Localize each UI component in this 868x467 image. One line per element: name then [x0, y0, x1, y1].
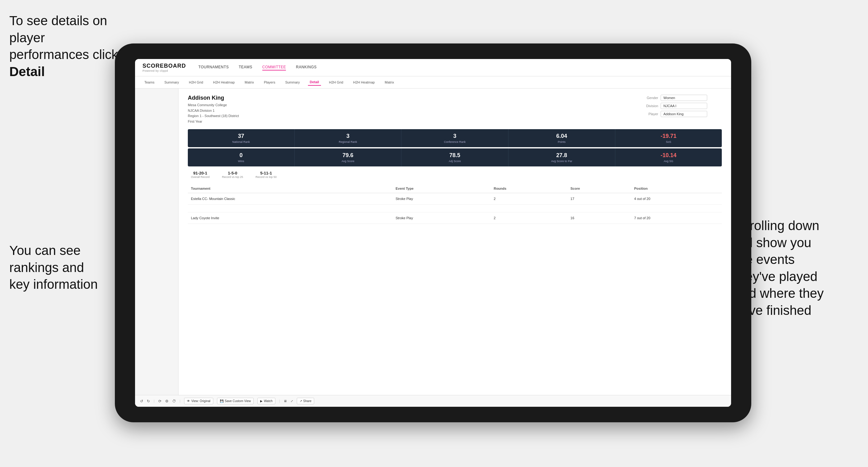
- cell-position: [631, 205, 722, 212]
- player-school: Mesa Community College: [188, 103, 227, 107]
- logo-sub: Powered by clippd: [143, 69, 186, 72]
- record-overall: 91-20-1 Overall Record: [191, 171, 210, 179]
- stat-wins: 0 Wins: [188, 148, 294, 166]
- cell-position: 4 out of 20: [631, 193, 722, 205]
- stat-adj-score: 78.5 Adj Score: [401, 148, 508, 166]
- logo-area: SCOREBOARD Powered by clippd: [143, 63, 186, 72]
- subnav-h2h-grid2[interactable]: H2H Grid: [327, 79, 345, 85]
- timer-icon[interactable]: ⏱: [172, 399, 176, 403]
- table-row: Lady Coyote InviteStroke Play2167 out of…: [188, 212, 722, 224]
- nav-teams[interactable]: TEAMS: [239, 65, 252, 70]
- cell-score: 16: [567, 212, 631, 224]
- annotation-bottom-left: You can see rankings and key information: [9, 242, 124, 293]
- cell-rounds: 2: [491, 212, 567, 224]
- player-controls: Gender Women Division NJCAA I: [641, 95, 722, 117]
- view-original-button[interactable]: 👁 View: Original: [184, 398, 213, 404]
- cell-tournament: Estella CC- Mountain Classic: [188, 193, 393, 205]
- nav-tournaments[interactable]: TOURNAMENTS: [198, 65, 229, 70]
- player-region: Region 1 - Southwest (18) District: [188, 114, 239, 118]
- player-label: Player: [641, 112, 658, 116]
- gender-label: Gender: [641, 96, 658, 100]
- subnav-matrix[interactable]: Matrix: [243, 79, 256, 85]
- table-header-row: Tournament Event Type Rounds Score Posit…: [188, 184, 722, 193]
- stat-conference-rank: 3 Conference Rank: [401, 129, 508, 147]
- subnav-players[interactable]: Players: [262, 79, 277, 85]
- col-event-type: Event Type: [393, 184, 491, 193]
- player-select[interactable]: Addison King: [661, 111, 707, 117]
- main-nav: TOURNAMENTS TEAMS COMMITTEE RANKINGS: [198, 65, 317, 70]
- tablet-screen: SCOREBOARD Powered by clippd TOURNAMENTS…: [135, 59, 731, 407]
- stat-regional-rank: 3 Regional Rank: [294, 129, 401, 147]
- player-header: Addison King Mesa Community College NJCA…: [188, 95, 722, 124]
- subnav-summary[interactable]: Summary: [162, 79, 181, 85]
- watch-icon: ▶: [260, 399, 262, 403]
- cell-position: 7 out of 20: [631, 212, 722, 224]
- cell-rounds: 2: [491, 193, 567, 205]
- subnav-teams[interactable]: Teams: [143, 79, 156, 85]
- stat-avg-score: 79.6 Avg Score: [294, 148, 401, 166]
- stats-row2: 0 Wins 79.6 Avg Score 78.5 Adj Score 27.…: [188, 148, 722, 166]
- watch-button[interactable]: ▶ Watch: [257, 398, 275, 404]
- cell-tournament: [188, 205, 393, 212]
- expand-icon[interactable]: ⤢: [290, 399, 293, 403]
- player-division: NJCAA Division 1: [188, 109, 215, 113]
- cell-event_type: [393, 205, 491, 212]
- stat-sos: -19.71 SoS: [615, 129, 722, 147]
- division-label: Division: [641, 104, 658, 108]
- cell-rounds: [491, 205, 567, 212]
- subnav-h2h-heatmap[interactable]: H2H Heatmap: [211, 79, 237, 85]
- cell-score: 17: [567, 193, 631, 205]
- share-icon: ↗: [300, 399, 302, 403]
- cell-event_type: Stroke Play: [393, 193, 491, 205]
- settings-icon[interactable]: ⚙: [165, 399, 168, 403]
- stat-national-rank: 37 National Rank: [188, 129, 294, 147]
- table-row: Estella CC- Mountain ClassicStroke Play2…: [188, 193, 722, 205]
- division-control: Division NJCAA I: [641, 103, 722, 109]
- player-year: First Year: [188, 120, 202, 123]
- share-button[interactable]: ↗ Share: [297, 398, 314, 404]
- left-sidebar: [135, 89, 179, 395]
- gender-control: Gender Women: [641, 95, 722, 101]
- subnav-summary2[interactable]: Summary: [283, 79, 302, 85]
- nav-rankings[interactable]: RANKINGS: [296, 65, 317, 70]
- subnav-detail[interactable]: Detail: [308, 79, 321, 86]
- player-control: Player Addison King: [641, 111, 722, 117]
- col-score: Score: [567, 184, 631, 193]
- cell-score: [567, 205, 631, 212]
- annotation-right: Scrolling down will show you the events …: [735, 217, 859, 319]
- screen-icon[interactable]: 🖥: [284, 399, 287, 403]
- gender-select[interactable]: Women: [661, 95, 707, 101]
- player-name: Addison King: [188, 95, 239, 101]
- cell-tournament: Lady Coyote Invite: [188, 212, 393, 224]
- nav-committee[interactable]: COMMITTEE: [262, 65, 286, 70]
- stat-points: 6.04 Points: [508, 129, 615, 147]
- redo-icon[interactable]: ↻: [147, 399, 150, 403]
- events-table: Tournament Event Type Rounds Score Posit…: [188, 184, 722, 224]
- annotation-top-left: To see details on player performances cl…: [9, 12, 124, 80]
- player-info: Addison King Mesa Community College NJCA…: [188, 95, 239, 124]
- stat-avg-score-to-par: 27.8 Avg Score to Par: [508, 148, 615, 166]
- eye-icon: 👁: [187, 399, 190, 403]
- tablet-frame: SCOREBOARD Powered by clippd TOURNAMENTS…: [115, 43, 751, 422]
- top-nav: SCOREBOARD Powered by clippd TOURNAMENTS…: [135, 59, 731, 76]
- subnav-matrix2[interactable]: Matrix: [383, 79, 396, 85]
- stat-avg-sg: -10.14 Avg SG: [615, 148, 722, 166]
- refresh-icon[interactable]: ⟳: [158, 399, 161, 403]
- main-content: Addison King Mesa Community College NJCA…: [179, 89, 731, 395]
- save-custom-view-button[interactable]: 💾 Save Custom View: [217, 398, 254, 404]
- logo-text: SCOREBOARD: [143, 63, 186, 69]
- record-top25: 1-5-0 Record vs top 25: [222, 171, 243, 179]
- cell-event_type: Stroke Play: [393, 212, 491, 224]
- col-rounds: Rounds: [491, 184, 567, 193]
- stats-row1: 37 National Rank 3 Regional Rank 3 Confe…: [188, 129, 722, 147]
- col-tournament: Tournament: [188, 184, 393, 193]
- division-select[interactable]: NJCAA I: [661, 103, 707, 109]
- records-row: 91-20-1 Overall Record 1-5-0 Record vs t…: [188, 171, 722, 179]
- subnav-h2h-grid[interactable]: H2H Grid: [187, 79, 205, 85]
- subnav-h2h-heatmap2[interactable]: H2H Heatmap: [351, 79, 377, 85]
- col-position: Position: [631, 184, 722, 193]
- undo-icon[interactable]: ↺: [140, 399, 143, 403]
- content-area: Addison King Mesa Community College NJCA…: [135, 89, 731, 395]
- table-row: [188, 205, 722, 212]
- sub-nav: Teams Summary H2H Grid H2H Heatmap Matri…: [135, 76, 731, 89]
